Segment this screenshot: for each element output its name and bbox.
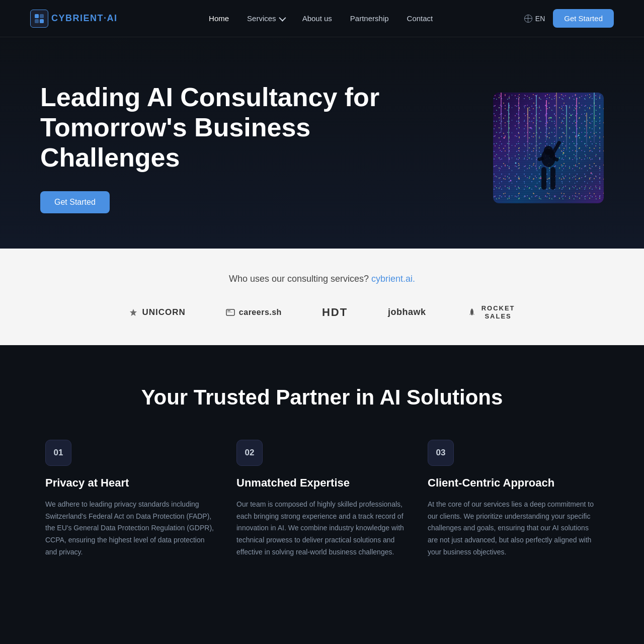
svg-point-19	[550, 117, 552, 119]
feature-card-03: 03 Client-Centric Approach At the core o…	[428, 440, 599, 558]
svg-rect-1	[40, 14, 44, 18]
svg-point-20	[563, 152, 565, 154]
unicorn-label: UNICORN	[142, 307, 185, 317]
careers-icon	[226, 309, 235, 316]
features-grid: 01 Privacy at Heart We adhere to leading…	[45, 440, 599, 558]
svg-rect-33	[227, 310, 230, 311]
feature-title-03: Client-Centric Approach	[428, 476, 599, 491]
svg-rect-9	[546, 100, 547, 140]
svg-rect-6	[518, 98, 519, 128]
feature-desc-02: Our team is composed of highly skilled p…	[236, 499, 408, 558]
hero-content: Leading AI Consultancy for Tomorrow's Bu…	[40, 83, 382, 213]
nav-get-started-button[interactable]: Get Started	[553, 9, 614, 28]
client-careers: careers.sh	[226, 308, 282, 317]
hdt-label: HDT	[322, 306, 348, 319]
clients-logos: UNICORN careers.sh HDT jobhawk	[30, 304, 614, 320]
client-hdt: HDT	[322, 306, 348, 319]
globe-icon	[524, 15, 532, 23]
svg-rect-27	[541, 167, 546, 190]
rocket-icon	[466, 307, 477, 318]
svg-rect-2	[35, 19, 39, 23]
svg-point-23	[510, 180, 512, 182]
nav-right: EN Get Started	[524, 9, 614, 28]
svg-rect-12	[576, 98, 577, 163]
navbar: CYBRIENT·AI Home Services About us Partn…	[0, 0, 644, 37]
logo-text: CYBRIENT·AI	[51, 13, 118, 24]
svg-rect-0	[35, 14, 39, 18]
client-rocket-sales: ROCKETSALES	[466, 304, 515, 320]
svg-rect-3	[40, 19, 44, 23]
svg-rect-13	[586, 113, 587, 148]
feature-number-02: 02	[236, 440, 263, 466]
svg-rect-10	[556, 93, 557, 148]
lang-label: EN	[535, 15, 545, 23]
feature-title-02: Unmatched Expertise	[236, 476, 408, 491]
feature-card-01: 01 Privacy at Heart We adhere to leading…	[45, 440, 216, 558]
language-selector[interactable]: EN	[524, 15, 545, 23]
svg-point-35	[471, 311, 473, 313]
svg-point-24	[571, 115, 572, 116]
trusted-section: Your Trusted Partner in AI Solutions 01 …	[0, 345, 644, 589]
svg-rect-7	[527, 108, 528, 158]
feature-number-03: 03	[428, 440, 454, 466]
nav-services[interactable]: Services	[247, 14, 284, 23]
svg-point-16	[515, 163, 517, 164]
logo[interactable]: CYBRIENT·AI	[30, 10, 118, 28]
svg-rect-5	[508, 103, 509, 163]
feature-card-02: 02 Unmatched Expertise Our team is compo…	[236, 440, 408, 558]
clients-section: Who uses our consulting services? cybrie…	[0, 249, 644, 345]
clients-heading: Who uses our consulting services? cybrie…	[30, 274, 614, 284]
careers-label: careers.sh	[239, 308, 282, 317]
svg-point-22	[591, 173, 592, 174]
svg-point-17	[530, 127, 532, 129]
nav-contact[interactable]: Contact	[407, 14, 433, 23]
svg-point-15	[504, 137, 505, 139]
feature-desc-01: We adhere to leading privacy standards i…	[45, 499, 216, 558]
nav-about[interactable]: About us	[302, 14, 332, 23]
svg-rect-14	[594, 93, 595, 143]
unicorn-icon	[129, 308, 138, 317]
svg-rect-4	[501, 93, 502, 133]
chevron-down-icon	[279, 14, 286, 21]
svg-rect-28	[550, 167, 555, 190]
logo-icon	[30, 10, 48, 28]
svg-rect-11	[566, 105, 567, 150]
svg-rect-8	[536, 95, 537, 171]
rocket-sales-label: ROCKETSALES	[481, 304, 515, 320]
svg-point-21	[578, 135, 580, 136]
jobhawk-label: jobhawk	[388, 307, 426, 317]
nav-links: Home Services About us Partnership Conta…	[209, 14, 433, 23]
hero-get-started-button[interactable]: Get Started	[40, 191, 110, 213]
feature-title-01: Privacy at Heart	[45, 476, 216, 491]
hero-image	[493, 93, 604, 203]
feature-number-01: 01	[45, 440, 71, 466]
client-jobhawk: jobhawk	[388, 307, 426, 317]
clients-link[interactable]: cybrient.ai.	[371, 274, 415, 284]
hero-title: Leading AI Consultancy for Tomorrow's Bu…	[40, 83, 382, 173]
client-unicorn: UNICORN	[129, 307, 185, 317]
hero-section: Leading AI Consultancy for Tomorrow's Bu…	[0, 37, 644, 249]
svg-rect-34	[227, 312, 232, 312]
feature-desc-03: At the core of our services lies a deep …	[428, 499, 599, 558]
trusted-title: Your Trusted Partner in AI Solutions	[30, 385, 614, 410]
nav-partnership[interactable]: Partnership	[350, 14, 389, 23]
nav-home[interactable]: Home	[209, 14, 229, 23]
